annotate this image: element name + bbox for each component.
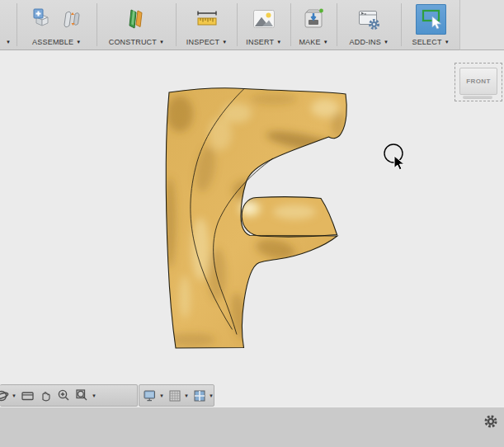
chevron-down-icon[interactable]: ▼	[209, 393, 214, 398]
fusion360-window: { "glyphs": { "dropdown": "▼" }, "toolba…	[0, 0, 504, 447]
look-at-icon[interactable]	[21, 388, 35, 404]
pan-icon[interactable]	[39, 388, 53, 404]
display-settings-icon[interactable]	[143, 388, 157, 404]
grid-icon[interactable]	[168, 388, 181, 404]
chevron-down-icon[interactable]: ▼	[159, 393, 164, 398]
viewcube[interactable]: FRONT	[455, 63, 502, 101]
display-toolbar: ▼ ▼ ▼	[139, 384, 214, 407]
orbit-icon[interactable]	[0, 388, 9, 404]
chevron-down-icon[interactable]: ▼	[184, 393, 189, 398]
timeline-panel	[0, 407, 504, 447]
viewcube-base	[463, 96, 492, 99]
chevron-down-icon[interactable]: ▼	[92, 393, 97, 398]
zoom-window-icon[interactable]	[75, 388, 89, 404]
viewcube-face-label: FRONT	[466, 78, 491, 85]
zoom-icon[interactable]	[57, 388, 71, 404]
chevron-down-icon[interactable]: ▼	[12, 393, 16, 398]
f-model[interactable]	[0, 0, 504, 447]
viewports-icon[interactable]	[193, 388, 206, 404]
viewcube-front-face[interactable]: FRONT	[459, 68, 497, 95]
navigation-toolbar: ▼ ▼	[0, 384, 138, 407]
gear-icon[interactable]	[483, 414, 498, 429]
